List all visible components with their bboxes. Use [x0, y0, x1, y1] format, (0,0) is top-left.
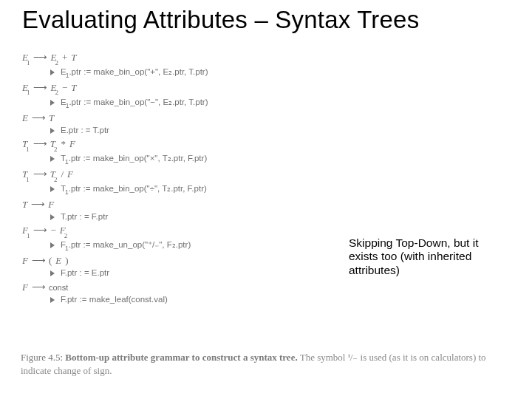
prod-token: − — [62, 82, 67, 94]
production: T1⟶T2/F — [22, 168, 332, 183]
grammar-rule: F⟶constF.ptr := make_leaf(const.val) — [22, 282, 332, 305]
semantic-body: F.ptr := make_leaf(const.val) — [61, 294, 168, 304]
prod-lhs: T — [22, 199, 27, 211]
arrow-icon: ⟶ — [32, 282, 45, 293]
triangle-icon — [50, 69, 55, 75]
semantic-rule: T1.ptr := make_bin_op("×", T₂.ptr, F.ptr… — [50, 153, 332, 166]
semantic-body: E1.ptr := make_bin_op("+", E₂.ptr, T.ptr… — [61, 66, 208, 79]
grammar-rule: F1⟶−F2F1.ptr := make_un_op("⁺/₋", F₂.ptr… — [22, 225, 332, 252]
semantic-body: E.ptr : = T.ptr — [61, 125, 109, 135]
semantic-rule: F1.ptr := make_un_op("⁺/₋", F₂.ptr) — [50, 239, 332, 252]
prod-lhs: E — [22, 112, 28, 124]
production: F1⟶−F2 — [22, 225, 332, 239]
production: E⟶T — [22, 112, 332, 124]
slide-title: Evaluating Attributes – Syntax Trees — [22, 6, 517, 34]
prod-lhs: F1 — [22, 225, 30, 239]
side-note: Skipping Top-Down, but it exists too (wi… — [349, 236, 504, 277]
semantic-rule: E1.ptr := make_bin_op("−", E₂.ptr, T.ptr… — [50, 97, 332, 109]
grammar-rule: T1⟶T2/FT1.ptr := make_bin_op("÷", T₂.ptr… — [22, 168, 332, 196]
grammar-rule: T⟶FT.ptr : = F.ptr — [22, 199, 332, 222]
prod-token: ) — [65, 255, 68, 267]
prod-token: F — [69, 138, 75, 150]
prod-token: const — [49, 283, 68, 293]
prod-lhs: T1 — [22, 168, 30, 183]
caption-strong: Bottom-up attribute grammar to construct… — [65, 352, 297, 363]
prod-token: E — [55, 255, 61, 267]
figure-caption: Figure 4.5: Bottom-up attribute grammar … — [21, 351, 494, 377]
prod-lhs: F — [22, 255, 28, 267]
prod-lhs: E1 — [22, 52, 30, 66]
triangle-icon — [50, 297, 55, 303]
prod-token: / — [61, 168, 64, 180]
slide: Evaluating Attributes – Syntax Trees E1⟶… — [0, 0, 532, 399]
semantic-body: T1.ptr := make_bin_op("×", T₂.ptr, F.ptr… — [61, 153, 207, 166]
arrow-icon: ⟶ — [31, 199, 44, 211]
semantic-rule: T.ptr : = F.ptr — [50, 211, 332, 222]
triangle-icon — [50, 186, 55, 192]
prod-token: T2 — [50, 168, 58, 183]
arrow-icon: ⟶ — [33, 225, 47, 236]
grammar-rule: E1⟶E2−TE1.ptr := make_bin_op("−", E₂.ptr… — [22, 82, 332, 109]
prod-token: F2 — [60, 225, 67, 239]
prod-token: T — [71, 82, 76, 94]
semantic-body: E1.ptr := make_bin_op("−", E₂.ptr, T.ptr… — [61, 97, 208, 109]
prod-token: T2 — [50, 138, 58, 152]
prod-token: E2 — [50, 82, 58, 96]
semantic-rule: E.ptr : = T.ptr — [50, 125, 332, 135]
prod-token: F — [48, 199, 54, 211]
triangle-icon — [50, 214, 55, 220]
triangle-icon — [50, 242, 55, 248]
prod-token: T — [71, 52, 76, 64]
arrow-icon: ⟶ — [33, 82, 47, 94]
prod-token: * — [61, 138, 66, 150]
grammar-rule: E1⟶E2+TE1.ptr := make_bin_op("+", E₂.ptr… — [22, 52, 332, 79]
production: T1⟶T2*F — [22, 138, 332, 152]
arrow-icon: ⟶ — [32, 255, 45, 267]
semantic-body: F1.ptr := make_un_op("⁺/₋", F₂.ptr) — [61, 239, 191, 252]
semantic-body: F.ptr : = E.ptr — [61, 267, 109, 278]
semantic-body: T1.ptr := make_bin_op("÷", T₂.ptr, F.ptr… — [61, 183, 207, 196]
arrow-icon: ⟶ — [33, 138, 47, 150]
production: E1⟶E2+T — [22, 52, 332, 66]
prod-token: E2 — [50, 52, 58, 66]
grammar-rule: T1⟶T2*FT1.ptr := make_bin_op("×", T₂.ptr… — [22, 138, 332, 166]
prod-token: + — [62, 52, 67, 64]
production: T⟶F — [22, 199, 332, 211]
prod-token: T — [49, 112, 54, 124]
triangle-icon — [50, 270, 55, 276]
prod-lhs: T1 — [22, 138, 30, 152]
semantic-body: T.ptr : = F.ptr — [61, 211, 108, 222]
triangle-icon — [50, 156, 55, 162]
prod-lhs: E1 — [22, 82, 30, 96]
arrow-icon: ⟶ — [33, 168, 47, 180]
production: F⟶const — [22, 282, 332, 293]
grammar-rule: E⟶TE.ptr : = T.ptr — [22, 112, 332, 136]
prod-token: ( — [49, 255, 52, 267]
semantic-rule: T1.ptr := make_bin_op("÷", T₂.ptr, F.ptr… — [50, 183, 332, 196]
production: E1⟶E2−T — [22, 82, 332, 96]
triangle-icon — [50, 128, 55, 134]
grammar-rule: F⟶(E)F.ptr : = E.ptr — [22, 255, 332, 279]
arrow-icon: ⟶ — [32, 112, 45, 124]
arrow-icon: ⟶ — [33, 52, 47, 64]
grammar-block: E1⟶E2+TE1.ptr := make_bin_op("+", E₂.ptr… — [22, 52, 332, 307]
semantic-rule: F.ptr : = E.ptr — [50, 267, 332, 278]
prod-token: − — [50, 225, 55, 236]
triangle-icon — [50, 100, 55, 106]
caption-lead: Figure 4.5: — [21, 352, 63, 363]
semantic-rule: E1.ptr := make_bin_op("+", E₂.ptr, T.ptr… — [50, 66, 332, 79]
semantic-rule: F.ptr := make_leaf(const.val) — [50, 294, 332, 304]
production: F⟶(E) — [22, 255, 332, 267]
prod-lhs: F — [22, 282, 28, 293]
prod-token: F — [67, 168, 73, 180]
